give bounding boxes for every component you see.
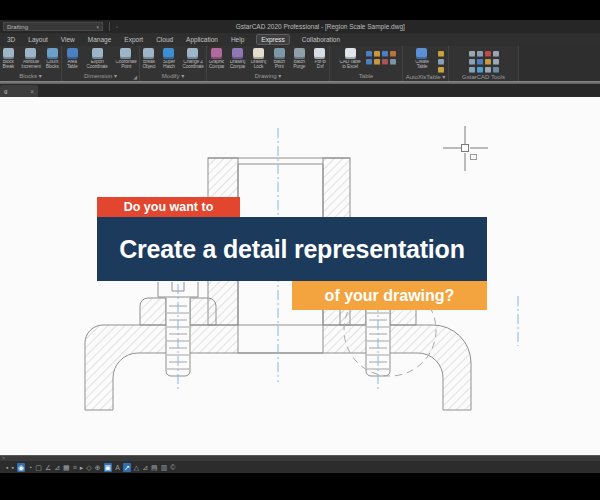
tool-icon[interactable] <box>374 51 380 57</box>
group-label-gstarcad-tools[interactable]: GstarCAD Tools <box>449 73 518 81</box>
coordinate-point-button[interactable]: Coordinate Point <box>113 48 139 71</box>
crosshair-cursor <box>443 126 488 171</box>
tab-collaboration[interactable]: Collaboration <box>302 36 340 43</box>
status-toggle-2[interactable]: ▪ <box>11 463 13 472</box>
panel-launcher-icon[interactable]: ◢ <box>133 74 137 80</box>
tool-icon[interactable] <box>390 51 396 57</box>
status-toggle-7[interactable]: ⊿ <box>54 463 60 472</box>
app-window: Drafting ▾ ▫ GstarCAD 2020 Professional … <box>0 0 600 500</box>
tool-icon[interactable] <box>493 51 499 57</box>
status-toggle-14[interactable]: A <box>115 463 120 472</box>
change-z-coordinate-button[interactable]: Change Z Coordinate <box>180 48 206 71</box>
ribbon-filler <box>519 46 600 81</box>
ribbon-group-blocks: Block Break Attribute Increment Count Bl… <box>0 46 62 81</box>
status-bar: ▪▪◉◔▢∠⊿▦≡▸◇⊕▣A↗△⊿▤▥© <box>0 461 600 473</box>
break-object-icon <box>143 48 154 59</box>
tool-icon[interactable] <box>477 59 483 65</box>
group-label-modify[interactable]: Modify ▾ <box>140 72 206 81</box>
status-toggle-4[interactable]: ◔ <box>28 463 32 472</box>
break-object-button[interactable]: Break Object <box>140 48 158 71</box>
group-label-autoxlstable[interactable]: AutoXlsTable ▾ <box>403 73 448 81</box>
create-table-button[interactable]: Create Table <box>408 48 436 71</box>
attribute-increment-button[interactable]: Attribute Increment <box>19 48 43 71</box>
status-toggle-6[interactable]: ∠ <box>45 463 51 472</box>
status-toggle-13[interactable]: ▣ <box>104 463 113 472</box>
tab-3d[interactable]: 3D <box>7 36 15 43</box>
tool-icon[interactable] <box>382 59 388 65</box>
tool-icon[interactable] <box>493 59 499 65</box>
status-toggle-1[interactable]: ▪ <box>6 463 8 472</box>
tab-cloud[interactable]: Cloud <box>156 36 173 43</box>
attribute-increment-icon <box>25 48 36 59</box>
letterbox-bottom <box>0 473 600 500</box>
ribbon: Block Break Attribute Increment Count Bl… <box>0 46 600 81</box>
tool-icon[interactable] <box>477 51 483 57</box>
tool-icon[interactable] <box>469 59 475 65</box>
status-toggle-16[interactable]: △ <box>134 463 139 472</box>
title-bar: Drafting ▾ ▫ GstarCAD 2020 Professional … <box>0 20 600 33</box>
cad-table-to-excel-icon <box>345 48 356 59</box>
tab-export[interactable]: Export <box>124 36 143 43</box>
drawing-compare-button[interactable]: Drawing Compare <box>228 48 247 71</box>
close-icon[interactable]: × <box>30 88 34 95</box>
status-toggle-11[interactable]: ◇ <box>86 463 91 472</box>
pdf-to-dxf-button[interactable]: Pdf to Dxf <box>311 48 329 71</box>
status-toggle-17[interactable]: ⊿ <box>142 463 148 472</box>
export-coordinate-icon <box>92 48 103 59</box>
autoxls-tools-grid <box>438 48 444 73</box>
count-blocks-button[interactable]: Count Blocks <box>44 48 61 71</box>
status-toggle-18[interactable]: ▤ <box>151 463 158 472</box>
tab-layout[interactable]: Layout <box>28 36 48 43</box>
drawing-compare-icon <box>232 48 243 59</box>
status-toggle-15[interactable]: ↗ <box>123 463 131 472</box>
status-toggle-12[interactable]: ⊕ <box>95 463 101 472</box>
group-label-dimension[interactable]: Dimension ▾ <box>62 72 139 81</box>
titlebar-icon[interactable]: ▫ <box>116 24 118 30</box>
letterbox-top <box>0 0 600 20</box>
block-break-icon <box>3 48 14 59</box>
status-toggle-10[interactable]: ▸ <box>80 463 84 472</box>
tab-application[interactable]: Application <box>186 36 218 43</box>
cad-table-to-excel-button[interactable]: CAD Table to Excel <box>336 48 364 71</box>
document-tab[interactable]: g × <box>0 85 38 97</box>
block-break-button[interactable]: Block Break <box>0 48 17 71</box>
status-toggle-9[interactable]: ≡ <box>73 463 77 472</box>
group-label-drawing[interactable]: Drawing ▾ <box>207 72 329 81</box>
ribbon-group-dimension: Area Table Export Coordinate Coordinate … <box>62 46 140 81</box>
tool-icon[interactable] <box>374 59 380 65</box>
table-tools-grid <box>366 48 396 65</box>
tool-icon[interactable] <box>382 51 388 57</box>
status-toggle-19[interactable]: ▥ <box>161 463 168 472</box>
coordinate-point-icon <box>120 48 131 59</box>
tab-manage[interactable]: Manage <box>88 36 112 43</box>
status-toggle-8[interactable]: ▦ <box>63 463 70 472</box>
tool-icon[interactable] <box>438 59 444 65</box>
super-hatch-icon <box>163 48 174 59</box>
status-toggle-3[interactable]: ◉ <box>17 463 25 472</box>
tab-help[interactable]: Help <box>231 36 244 43</box>
ribbon-group-gstarcad-tools: GstarCAD Tools <box>449 46 519 81</box>
count-blocks-icon <box>47 48 58 59</box>
tab-view[interactable]: View <box>61 36 75 43</box>
ribbon-group-table: CAD Table to Excel Table <box>330 46 403 81</box>
tool-icon[interactable] <box>438 51 444 57</box>
batch-print-button[interactable]: Batch Print <box>270 48 288 71</box>
tool-icon[interactable] <box>485 51 491 57</box>
tool-icon[interactable] <box>366 59 372 65</box>
drawing-lock-button[interactable]: Drawing Lock <box>249 48 268 71</box>
tool-icon[interactable] <box>469 51 475 57</box>
tab-express[interactable]: Express <box>257 35 288 44</box>
group-label-table[interactable]: Table <box>330 72 402 81</box>
tool-icon[interactable] <box>485 59 491 65</box>
batch-purge-button[interactable]: Batch Purge <box>290 48 308 71</box>
workspace-dropdown[interactable]: Drafting ▾ <box>3 22 103 31</box>
group-label-blocks[interactable]: Blocks ▾ <box>0 72 61 81</box>
export-coordinate-button[interactable]: Export Coordinate <box>84 48 110 71</box>
tool-icon[interactable] <box>390 59 396 65</box>
status-toggle-5[interactable]: ▢ <box>35 463 42 472</box>
area-table-button[interactable]: Area Table <box>62 48 82 71</box>
super-hatch-button[interactable]: Super Hatch <box>160 48 178 71</box>
status-toggle-20[interactable]: © <box>170 463 175 472</box>
graphic-compare-button[interactable]: Graphic Compare <box>207 48 226 71</box>
tool-icon[interactable] <box>366 51 372 57</box>
